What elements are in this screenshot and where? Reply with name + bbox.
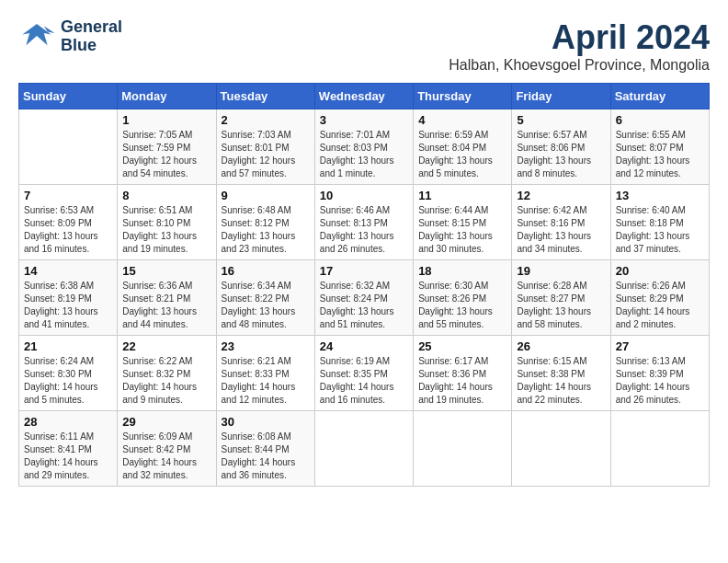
day-number: 15 [122, 264, 210, 278]
day-number: 1 [122, 113, 210, 127]
calendar-cell: 16Sunrise: 6:34 AMSunset: 8:22 PMDayligh… [216, 260, 314, 336]
day-detail: Sunrise: 6:36 AMSunset: 8:21 PMDaylight:… [122, 280, 210, 331]
day-number: 21 [24, 339, 112, 353]
day-detail: Sunrise: 6:46 AMSunset: 8:13 PMDaylight:… [320, 204, 408, 256]
day-number: 5 [517, 113, 605, 127]
day-detail: Sunrise: 6:51 AMSunset: 8:10 PMDaylight:… [122, 204, 210, 256]
day-number: 17 [320, 264, 408, 278]
day-number: 19 [517, 264, 605, 278]
calendar-cell: 21Sunrise: 6:24 AMSunset: 8:30 PMDayligh… [19, 336, 118, 411]
calendar-week-5: 28Sunrise: 6:11 AMSunset: 8:41 PMDayligh… [19, 411, 710, 487]
calendar-cell [610, 411, 709, 487]
header-cell-thursday: Thursday [414, 84, 512, 109]
calendar-cell: 6Sunrise: 6:55 AMSunset: 8:07 PMDaylight… [610, 109, 709, 185]
calendar-cell: 11Sunrise: 6:44 AMSunset: 8:15 PMDayligh… [414, 185, 512, 260]
calendar-cell [414, 411, 512, 487]
day-number: 29 [122, 415, 210, 429]
day-number: 14 [24, 264, 112, 278]
day-detail: Sunrise: 6:13 AMSunset: 8:39 PMDaylight:… [616, 355, 704, 407]
day-number: 8 [122, 189, 210, 202]
header-cell-monday: Monday [118, 84, 216, 109]
day-detail: Sunrise: 6:57 AMSunset: 8:06 PMDaylight:… [517, 129, 605, 180]
day-detail: Sunrise: 6:22 AMSunset: 8:32 PMDaylight:… [122, 355, 210, 407]
day-number: 6 [616, 113, 704, 127]
calendar-cell: 18Sunrise: 6:30 AMSunset: 8:26 PMDayligh… [414, 260, 512, 336]
calendar-cell: 25Sunrise: 6:17 AMSunset: 8:36 PMDayligh… [414, 336, 512, 411]
calendar-cell: 1Sunrise: 7:05 AMSunset: 7:59 PMDaylight… [118, 109, 216, 185]
calendar-cell: 2Sunrise: 7:03 AMSunset: 8:01 PMDaylight… [216, 109, 314, 185]
calendar-cell: 10Sunrise: 6:46 AMSunset: 8:13 PMDayligh… [314, 185, 413, 260]
calendar-cell: 26Sunrise: 6:15 AMSunset: 8:38 PMDayligh… [512, 336, 610, 411]
calendar-cell: 13Sunrise: 6:40 AMSunset: 8:18 PMDayligh… [610, 185, 709, 260]
day-number: 24 [320, 339, 408, 353]
day-detail: Sunrise: 6:15 AMSunset: 8:38 PMDaylight:… [517, 355, 605, 407]
calendar-header: SundayMondayTuesdayWednesdayThursdayFrid… [19, 84, 710, 109]
day-detail: Sunrise: 6:48 AMSunset: 8:12 PMDaylight:… [222, 204, 310, 256]
day-number: 9 [222, 189, 310, 202]
header-cell-tuesday: Tuesday [216, 84, 314, 109]
calendar-cell: 28Sunrise: 6:11 AMSunset: 8:41 PMDayligh… [19, 411, 118, 487]
main-title: April 2024 [449, 18, 710, 57]
day-number: 20 [616, 264, 704, 278]
day-detail: Sunrise: 6:28 AMSunset: 8:27 PMDaylight:… [517, 280, 605, 331]
calendar-cell [314, 411, 413, 487]
svg-marker-0 [22, 24, 51, 45]
day-detail: Sunrise: 6:32 AMSunset: 8:24 PMDaylight:… [320, 280, 408, 331]
calendar-cell: 24Sunrise: 6:19 AMSunset: 8:35 PMDayligh… [314, 336, 413, 411]
day-number: 30 [222, 415, 310, 429]
day-number: 13 [616, 189, 704, 202]
calendar-cell: 9Sunrise: 6:48 AMSunset: 8:12 PMDaylight… [216, 185, 314, 260]
day-detail: Sunrise: 6:24 AMSunset: 8:30 PMDaylight:… [24, 355, 112, 407]
day-number: 3 [320, 113, 408, 127]
day-detail: Sunrise: 6:40 AMSunset: 8:18 PMDaylight:… [616, 204, 704, 256]
calendar-cell: 12Sunrise: 6:42 AMSunset: 8:16 PMDayligh… [512, 185, 610, 260]
header-row: SundayMondayTuesdayWednesdayThursdayFrid… [19, 84, 710, 109]
calendar-cell: 29Sunrise: 6:09 AMSunset: 8:42 PMDayligh… [118, 411, 216, 487]
day-number: 25 [418, 339, 506, 353]
day-detail: Sunrise: 6:26 AMSunset: 8:29 PMDaylight:… [616, 280, 704, 331]
day-detail: Sunrise: 6:17 AMSunset: 8:36 PMDaylight:… [418, 355, 506, 407]
day-number: 28 [24, 415, 112, 429]
logo-icon [18, 20, 55, 52]
calendar-cell: 8Sunrise: 6:51 AMSunset: 8:10 PMDaylight… [118, 185, 216, 260]
day-detail: Sunrise: 7:01 AMSunset: 8:03 PMDaylight:… [320, 129, 408, 180]
page-header: General Blue April 2024 Halban, Khoevsgo… [18, 18, 710, 74]
day-detail: Sunrise: 7:03 AMSunset: 8:01 PMDaylight:… [222, 129, 310, 180]
calendar-cell: 27Sunrise: 6:13 AMSunset: 8:39 PMDayligh… [610, 336, 709, 411]
calendar-cell: 20Sunrise: 6:26 AMSunset: 8:29 PMDayligh… [610, 260, 709, 336]
calendar-cell: 15Sunrise: 6:36 AMSunset: 8:21 PMDayligh… [118, 260, 216, 336]
day-detail: Sunrise: 6:09 AMSunset: 8:42 PMDaylight:… [122, 431, 210, 482]
day-detail: Sunrise: 6:30 AMSunset: 8:26 PMDaylight:… [418, 280, 506, 331]
calendar-week-3: 14Sunrise: 6:38 AMSunset: 8:19 PMDayligh… [19, 260, 710, 336]
day-number: 26 [517, 339, 605, 353]
day-number: 10 [320, 189, 408, 202]
calendar-cell: 22Sunrise: 6:22 AMSunset: 8:32 PMDayligh… [118, 336, 216, 411]
day-detail: Sunrise: 6:53 AMSunset: 8:09 PMDaylight:… [24, 204, 112, 256]
day-detail: Sunrise: 7:05 AMSunset: 7:59 PMDaylight:… [122, 129, 210, 180]
day-number: 2 [222, 113, 310, 127]
calendar-cell [19, 109, 118, 185]
day-detail: Sunrise: 6:11 AMSunset: 8:41 PMDaylight:… [24, 431, 112, 482]
day-number: 11 [418, 189, 506, 202]
day-number: 18 [418, 264, 506, 278]
header-cell-saturday: Saturday [610, 84, 709, 109]
day-number: 12 [517, 189, 605, 202]
day-number: 4 [418, 113, 506, 127]
calendar-cell [512, 411, 610, 487]
day-detail: Sunrise: 6:19 AMSunset: 8:35 PMDaylight:… [320, 355, 408, 407]
calendar-week-4: 21Sunrise: 6:24 AMSunset: 8:30 PMDayligh… [19, 336, 710, 411]
day-number: 23 [222, 339, 310, 353]
calendar-cell: 7Sunrise: 6:53 AMSunset: 8:09 PMDaylight… [19, 185, 118, 260]
calendar-cell: 4Sunrise: 6:59 AMSunset: 8:04 PMDaylight… [414, 109, 512, 185]
day-detail: Sunrise: 6:38 AMSunset: 8:19 PMDaylight:… [24, 280, 112, 331]
calendar-week-1: 1Sunrise: 7:05 AMSunset: 7:59 PMDaylight… [19, 109, 710, 185]
calendar-body: 1Sunrise: 7:05 AMSunset: 7:59 PMDaylight… [19, 109, 710, 487]
day-detail: Sunrise: 6:55 AMSunset: 8:07 PMDaylight:… [616, 129, 704, 180]
calendar-cell: 17Sunrise: 6:32 AMSunset: 8:24 PMDayligh… [314, 260, 413, 336]
day-number: 16 [222, 264, 310, 278]
header-cell-sunday: Sunday [19, 84, 118, 109]
title-block: April 2024 Halban, Khoevsgoel Province, … [449, 18, 710, 74]
day-detail: Sunrise: 6:59 AMSunset: 8:04 PMDaylight:… [418, 129, 506, 180]
logo-text: General Blue [61, 18, 122, 55]
calendar-table: SundayMondayTuesdayWednesdayThursdayFrid… [18, 83, 710, 487]
